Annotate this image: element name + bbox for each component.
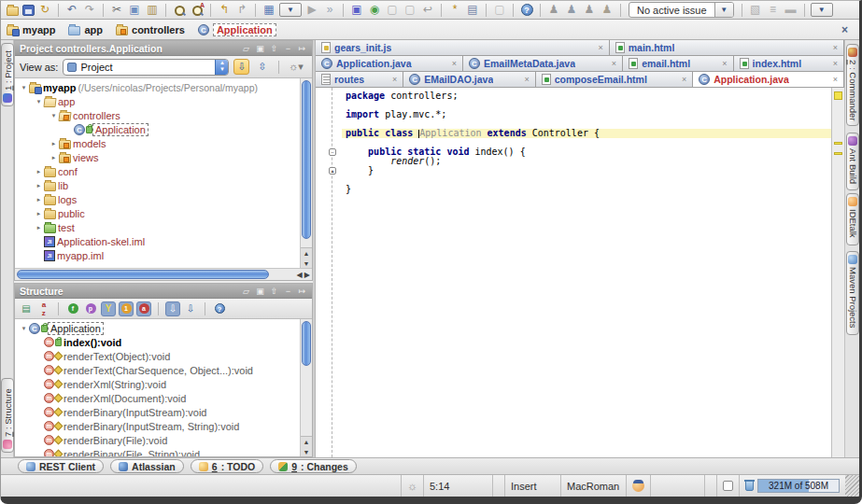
comment-icon[interactable]: ▬ <box>784 3 798 17</box>
run-target-icon[interactable]: ◉ <box>367 3 382 17</box>
find-icon[interactable] <box>172 3 187 17</box>
autoscroll-to-source-icon[interactable]: ⇩ <box>165 301 180 316</box>
hide-window-icon[interactable]: ↦ <box>297 44 307 53</box>
editor-gutter[interactable]: −▴ <box>316 88 342 457</box>
float-window-icon[interactable]: ▱ <box>241 287 251 296</box>
copy-icon[interactable]: ▣ <box>127 3 142 17</box>
tool-button---todo[interactable]: 6: TODO <box>191 459 263 473</box>
status-gear-cell[interactable]: ☼ <box>401 475 423 497</box>
tree-item-test[interactable]: ▸test <box>15 220 300 234</box>
replace-icon[interactable]: A <box>190 3 205 17</box>
autoscroll-from-source-icon[interactable]: ⇩ <box>183 301 198 316</box>
insert-mode-cell[interactable]: Insert <box>504 475 560 497</box>
open-file-icon[interactable] <box>5 3 20 17</box>
tool-tab-ant-build[interactable]: Ant Build <box>846 133 859 190</box>
scrollbar-thumb[interactable] <box>17 270 269 279</box>
settings-gear-icon[interactable]: ☼▾ <box>288 59 304 75</box>
close-tab-icon[interactable]: × <box>452 59 457 68</box>
sort-alphabetically-icon[interactable]: az <box>36 301 51 316</box>
dock-window-icon[interactable]: ▣ <box>255 44 265 53</box>
cut-icon[interactable]: ✂ <box>109 3 124 17</box>
help-icon[interactable]: ? <box>519 3 534 17</box>
code-line-11[interactable]: } <box>342 185 831 194</box>
expanded-arrow-icon[interactable]: ▾ <box>34 98 44 105</box>
hide-window-icon[interactable]: ↦ <box>297 287 307 296</box>
make-module-icon[interactable]: ▣ <box>349 3 364 17</box>
editor-tab-application-java[interactable]: Application.java× <box>693 72 844 87</box>
error-stripe-mark[interactable] <box>834 152 842 155</box>
help-icon[interactable]: ? <box>212 301 227 316</box>
editor-tab-main-html[interactable]: main.html× <box>610 40 844 55</box>
ant-build-icon[interactable]: * <box>447 3 462 17</box>
expanded-arrow-icon[interactable]: ▾ <box>49 112 59 119</box>
tree-item-renderbinary-file--string--void[interactable]: renderBinary(File, String):void <box>15 447 300 456</box>
tree-item-rendertext-charsequence--object-----void[interactable]: renderText(CharSequence, Object...):void <box>15 363 300 377</box>
editor-tab-gears-init-js[interactable]: gears_init.js× <box>316 40 610 55</box>
float-window-icon[interactable]: ▱ <box>241 44 251 53</box>
user-action-icon-3[interactable]: ♟ <box>582 3 597 17</box>
tool-tab---structure[interactable]: 7: Structure <box>1 378 14 453</box>
structure-panel-header[interactable]: Structure ▱▣⇧−↦ <box>15 284 312 299</box>
tree-item-rendertext-object--void[interactable]: renderText(Object):void <box>15 349 300 363</box>
show-properties-icon[interactable]: p <box>83 301 98 316</box>
forward-icon[interactable]: ↱ <box>234 3 249 17</box>
tool-tab---commander[interactable]: 2: Commander <box>846 44 859 126</box>
expanded-arrow-icon[interactable]: ▾ <box>19 84 29 91</box>
tree-item-logs[interactable]: ▸logs <box>15 192 300 206</box>
synchronize-icon[interactable]: ↻ <box>37 3 52 17</box>
collapsed-arrow-icon[interactable]: ▸ <box>34 210 44 217</box>
tree-item-public[interactable]: ▸public <box>15 206 300 220</box>
minimize-window-icon[interactable]: − <box>283 44 293 53</box>
memory-indicator-cell[interactable]: 321M of 508M <box>739 475 845 497</box>
structure-vertical-scrollbar[interactable]: ▲▼ <box>300 319 312 456</box>
active-issue-combo[interactable]: No active issue▼ <box>629 2 734 18</box>
disabled-tool-icon-2[interactable]: ▢ <box>403 3 417 17</box>
editor-tab-application-java[interactable]: Application.java× <box>316 56 463 71</box>
tree-item-renderxml-string--void[interactable]: renderXml(String):void <box>15 377 300 391</box>
scrollbar-arrows[interactable]: ▲▼ <box>301 436 312 456</box>
error-stripe[interactable] <box>831 88 844 457</box>
tree-item-views[interactable]: ▸views <box>15 150 300 164</box>
collapsed-arrow-icon[interactable]: ▸ <box>49 140 59 147</box>
editor-tab-emailmetadata-java[interactable]: EmailMetaData.java× <box>463 56 623 71</box>
view-as-combo[interactable]: Project ▲▼ <box>63 59 229 76</box>
code-line-5[interactable]: public class Application extends Control… <box>342 129 831 138</box>
breadcrumb-item-controllers[interactable]: controllers <box>116 24 185 35</box>
pin-window-icon[interactable]: ⇧ <box>269 44 279 53</box>
editor-code[interactable]: package controllers;import play.mvc.*;pu… <box>342 88 831 457</box>
show-access-icon[interactable]: a <box>136 301 151 316</box>
project-horizontal-scrollbar[interactable]: ◀ ▶ <box>15 268 312 280</box>
disabled-doc-icon[interactable]: ▢ <box>492 3 507 17</box>
close-tab-icon[interactable]: × <box>392 75 397 84</box>
tool-button-rest-client[interactable]: REST Client <box>18 459 104 473</box>
redo-icon[interactable]: ↷ <box>82 3 97 17</box>
run-icon[interactable]: ▶ <box>304 3 319 17</box>
highlight-toggle-cell[interactable] <box>716 475 739 497</box>
project-vertical-scrollbar[interactable]: ▲▼ <box>300 78 312 268</box>
expanded-arrow-icon[interactable]: ▾ <box>19 325 29 332</box>
fold-collapse-icon[interactable]: − <box>329 148 336 156</box>
tree-item-renderxml-document--void[interactable]: renderXml(Document):void <box>15 391 300 405</box>
autoscroll-to-source-icon[interactable]: ⇩ <box>233 59 249 75</box>
back-icon[interactable]: ↰ <box>217 3 232 17</box>
run-config-dropdown[interactable]: ▼ <box>279 3 302 17</box>
error-stripe-mark[interactable] <box>834 142 842 145</box>
tree-item-lib[interactable]: ▸lib <box>15 178 300 192</box>
scrollbar-arrows[interactable]: ▲▼ <box>301 247 312 268</box>
tree-item-renderbinary-file--void[interactable]: renderBinary(File):void <box>15 433 300 447</box>
tool-tab---project[interactable]: 1: Project <box>1 43 14 106</box>
code-line-9[interactable]: } <box>342 166 831 175</box>
breadcrumb-item-myapp[interactable]: myapp <box>7 24 55 35</box>
editor-tab-email-html[interactable]: email.html× <box>623 56 733 71</box>
save-all-icon[interactable] <box>22 5 35 16</box>
tool-tab-idetalk[interactable]: IDEtalk <box>846 193 859 245</box>
code-line-10[interactable] <box>342 175 831 185</box>
collapsed-arrow-icon[interactable]: ▸ <box>34 224 44 231</box>
garbage-collector-icon[interactable] <box>745 481 754 491</box>
user-action-icon-4[interactable]: ♟ <box>600 3 615 17</box>
tool-tab-maven-projects[interactable]: Maven Projects <box>846 251 859 335</box>
scrollbar-arrows[interactable]: ◀ ▶ <box>296 269 310 281</box>
close-tab-icon[interactable]: × <box>833 59 838 68</box>
combo-stepper-icon[interactable]: ▲▼ <box>215 60 228 75</box>
collapsed-arrow-icon[interactable]: ▸ <box>34 182 44 189</box>
